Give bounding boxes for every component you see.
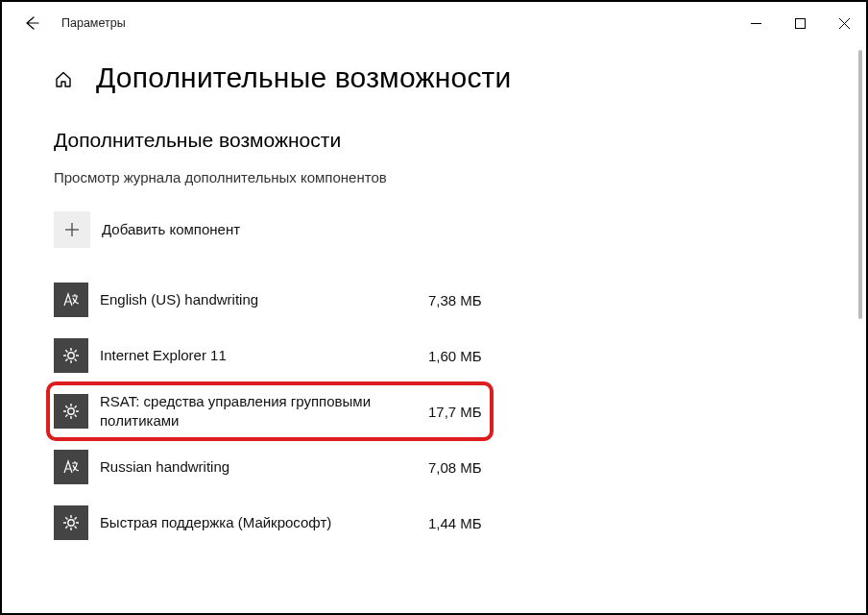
feature-name: Быстрая поддержка (Майкрософт) [100, 513, 428, 532]
feature-item-highlighted[interactable]: RSAT: средства управления групповыми пол… [54, 383, 495, 439]
home-icon[interactable] [54, 70, 73, 89]
page-header: Дополнительные возможности [54, 62, 866, 94]
content-area: Дополнительные возможности Дополнительны… [2, 44, 866, 551]
gear-icon [54, 394, 88, 429]
back-button[interactable] [15, 7, 48, 39]
feature-size: 1,44 МБ [428, 515, 495, 531]
feature-item[interactable]: English (US) handwriting 7,38 МБ [54, 272, 495, 328]
minimize-button[interactable] [734, 8, 778, 38]
history-link[interactable]: Просмотр журнала дополнительных компонен… [54, 169, 866, 185]
feature-item[interactable]: Russian handwriting 7,08 МБ [54, 439, 495, 495]
feature-name: RSAT: средства управления групповыми пол… [100, 392, 428, 431]
maximize-button[interactable] [778, 8, 822, 38]
svg-rect-1 [795, 18, 805, 28]
language-icon [54, 283, 88, 317]
gear-icon [54, 505, 88, 540]
feature-size: 17,7 МБ [428, 404, 495, 420]
language-icon [54, 450, 88, 484]
svg-point-7 [68, 408, 74, 414]
feature-name: Internet Explorer 11 [100, 346, 428, 365]
section-title: Дополнительные возможности [54, 129, 866, 152]
svg-point-6 [68, 353, 74, 358]
gear-icon [54, 338, 88, 373]
feature-size: 1,60 МБ [428, 348, 495, 364]
page-title: Дополнительные возможности [96, 62, 512, 94]
scrollbar-thumb[interactable] [858, 50, 862, 319]
plus-icon [54, 211, 90, 248]
feature-item[interactable]: Internet Explorer 11 1,60 МБ [54, 328, 495, 383]
feature-size: 7,08 МБ [428, 459, 495, 476]
window-controls [734, 8, 866, 38]
feature-size: 7,38 МБ [428, 292, 495, 308]
svg-point-8 [68, 520, 74, 526]
feature-item[interactable]: Быстрая поддержка (Майкрософт) 1,44 МБ [54, 495, 495, 551]
feature-name: English (US) handwriting [100, 290, 428, 309]
close-button[interactable] [822, 8, 866, 38]
add-feature-label: Добавить компонент [102, 220, 495, 239]
add-feature-button[interactable]: Добавить компонент [54, 207, 495, 253]
feature-name: Russian handwriting [100, 457, 428, 477]
window-title: Параметры [61, 16, 126, 30]
titlebar: Параметры [2, 2, 866, 44]
scrollbar[interactable] [854, 50, 862, 609]
